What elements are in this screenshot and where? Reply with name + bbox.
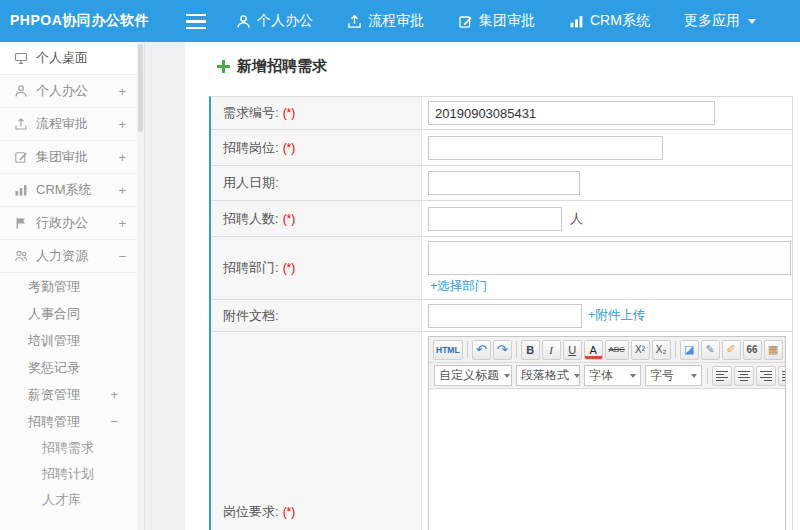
toolbar-separator	[675, 342, 676, 358]
plus-icon	[217, 60, 230, 73]
superscript-button[interactable]: X²	[631, 340, 650, 360]
hire-date-input[interactable]	[428, 171, 580, 195]
sidebar-item-recruit-plan[interactable]: 招聘计划	[0, 461, 144, 487]
html-source-button[interactable]: HTML	[433, 340, 463, 360]
sidebar-item-label: 培训管理	[28, 332, 80, 350]
required-mark: (*)	[283, 505, 296, 519]
nav-group-approval[interactable]: 集团审批	[458, 12, 535, 30]
upload-attachment-link[interactable]: +附件上传	[588, 307, 645, 324]
sidebar-item-label: 流程审批	[36, 115, 88, 133]
sidebar-item-label: 人事合同	[28, 305, 80, 323]
sidebar-item-personal-office[interactable]: 个人办公 +	[0, 75, 144, 108]
editor-content-area[interactable]	[429, 389, 785, 530]
nav-label: 集团审批	[479, 12, 535, 30]
dept-textarea[interactable]	[428, 241, 791, 275]
person-icon	[236, 14, 251, 29]
combo-label: 段落格式	[521, 367, 569, 384]
align-center-button[interactable]	[734, 366, 754, 386]
people-icon	[14, 249, 28, 263]
italic-button[interactable]: I	[542, 340, 561, 360]
label-text: 岗位要求:	[223, 503, 279, 521]
sidebar-item-label: 招聘需求	[42, 439, 94, 457]
sidebar-item-reward-punishment[interactable]: 奖惩记录	[0, 354, 144, 381]
edit-square-icon	[458, 14, 473, 29]
scrollbar-thumb[interactable]	[138, 44, 143, 132]
eraser-button[interactable]: ◪	[680, 340, 699, 360]
caret-down-icon	[574, 374, 580, 378]
toolbar-separator	[707, 368, 708, 384]
page-title: 新增招聘需求	[217, 57, 800, 76]
blockquote-button[interactable]: 66	[743, 340, 762, 360]
strikethrough-button[interactable]: ABC	[605, 340, 629, 360]
font-family-select[interactable]: 字体	[584, 365, 641, 386]
sidebar-item-label: 个人办公	[36, 82, 88, 100]
nav-personal-office[interactable]: 个人办公	[236, 12, 313, 30]
sidebar-item-hr-contract[interactable]: 人事合同	[0, 300, 144, 327]
sidebar-item-label: 人力资源	[36, 247, 88, 265]
select-dept-link[interactable]: +选择部门	[430, 278, 487, 295]
sidebar-item-admin-office[interactable]: 行政办公 +	[0, 207, 144, 240]
toolbar-separator	[516, 342, 517, 358]
align-right-icon	[760, 370, 772, 381]
sidebar-item-recruit-mgmt[interactable]: 招聘管理 −	[0, 408, 144, 435]
caret-down-icon	[630, 374, 636, 378]
app-logo: PHPOA协同办公软件	[0, 12, 186, 30]
subscript-button[interactable]: X₂	[652, 340, 671, 360]
process-icon	[347, 14, 362, 29]
form-row-position: 招聘岗位: (*)	[211, 130, 792, 166]
sidebar-item-process-approval[interactable]: 流程审批 +	[0, 108, 144, 141]
attachment-input[interactable]	[428, 304, 582, 328]
sidebar-item-human-resources[interactable]: 人力资源 −	[0, 240, 144, 273]
sidebar-item-label: CRM系统	[36, 181, 92, 199]
combo-label: 字号	[650, 367, 674, 384]
caret-down-icon	[691, 374, 697, 378]
align-justify-button[interactable]	[778, 366, 785, 386]
undo-button[interactable]: ↶	[472, 340, 491, 360]
label-text: 用人日期:	[223, 174, 279, 192]
nav-crm-system[interactable]: CRM系统	[569, 12, 650, 30]
custom-heading-select[interactable]: 自定义标题	[434, 365, 512, 386]
sidebar-item-group-approval[interactable]: 集团审批 +	[0, 141, 144, 174]
position-input[interactable]	[428, 136, 663, 160]
nav-more-apps[interactable]: 更多应用	[684, 12, 756, 30]
req-no-input[interactable]	[428, 101, 715, 125]
toolbar-separator	[467, 342, 468, 358]
required-mark: (*)	[283, 141, 296, 155]
sidebar-item-salary-mgmt[interactable]: 薪资管理 +	[0, 381, 144, 408]
align-right-button[interactable]	[756, 366, 776, 386]
headcount-input[interactable]	[428, 207, 562, 231]
sidebar-item-label: 人才库	[42, 491, 81, 509]
label-text: 招聘人数:	[223, 210, 279, 228]
field-label: 招聘部门: (*)	[211, 237, 422, 299]
sidebar: 个人桌面 个人办公 + 流程审批 + 集团审批 +	[0, 42, 145, 530]
font-size-select[interactable]: 字号	[645, 365, 702, 386]
sidebar-item-training-mgmt[interactable]: 培训管理	[0, 327, 144, 354]
font-style-button[interactable]: A	[584, 340, 603, 360]
field-label: 需求编号: (*)	[211, 97, 422, 129]
label-text: 需求编号:	[223, 104, 279, 122]
sidebar-item-recruit-demand[interactable]: 招聘需求	[0, 435, 144, 461]
form-row-date: 用人日期:	[211, 166, 792, 201]
sidebar-item-attendance-mgmt[interactable]: 考勤管理	[0, 273, 144, 300]
redo-button[interactable]: ↷	[493, 340, 512, 360]
paragraph-format-select[interactable]: 段落格式	[516, 365, 580, 386]
emoticon-button[interactable]: ▦	[764, 340, 783, 360]
hamburger-menu-icon[interactable]	[186, 14, 206, 29]
combo-label: 自定义标题	[439, 367, 499, 384]
sidebar-item-personal-desktop[interactable]: 个人桌面	[0, 42, 144, 75]
nav-process-approval[interactable]: 流程审批	[347, 12, 424, 30]
highlight-button[interactable]: ✐	[722, 340, 741, 360]
rich-text-editor: HTML ↶ ↷ B I U A ABC X²	[428, 336, 786, 530]
nav-label: 流程审批	[368, 12, 424, 30]
sidebar-item-label: 招聘管理	[28, 413, 80, 431]
format-painter-button[interactable]: ✎	[701, 340, 720, 360]
sidebar-item-crm-system[interactable]: CRM系统 +	[0, 174, 144, 207]
nav-label: 个人办公	[257, 12, 313, 30]
align-left-button[interactable]	[712, 366, 732, 386]
underline-button[interactable]: U	[563, 340, 582, 360]
bold-button[interactable]: B	[521, 340, 540, 360]
nav-label: CRM系统	[590, 12, 650, 30]
sidebar-item-talent-pool[interactable]: 人才库	[0, 487, 144, 513]
sidebar-scrollbar[interactable]	[137, 42, 144, 530]
label-text: 附件文档:	[223, 307, 279, 325]
